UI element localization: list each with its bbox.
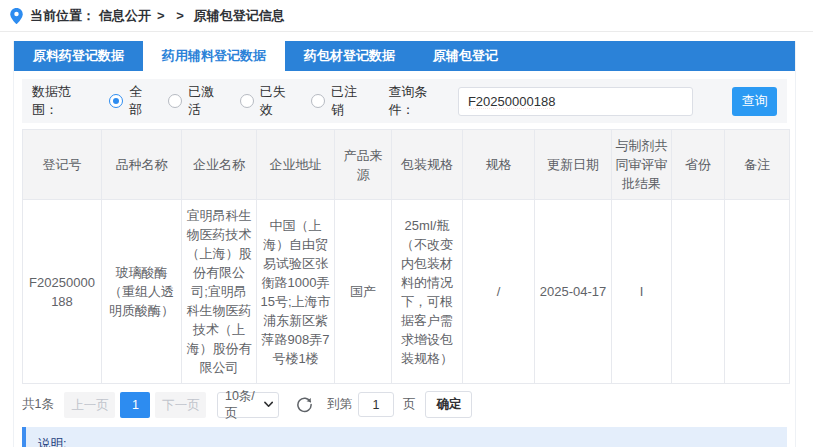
radio-all-label: 全部	[129, 83, 154, 119]
radio-all-icon[interactable]	[109, 94, 123, 108]
col-joint-review-result: 与制剂共同审评审批结果	[612, 130, 672, 200]
col-company-name: 企业名称	[182, 130, 257, 200]
query-condition-label: 查询条件：	[389, 83, 452, 119]
col-package-spec: 包装规格	[392, 130, 463, 200]
pagination: 共1条 上一页 1 下一页 10条/页 到第 页 确定	[22, 391, 787, 418]
total-count: 共1条	[22, 396, 54, 413]
goto-page-label: 到第	[327, 396, 352, 413]
notes-title: 说明:	[38, 434, 775, 447]
next-page-button[interactable]: 下一页	[155, 392, 206, 418]
cell-province	[672, 200, 725, 384]
col-remarks: 备注	[725, 130, 790, 200]
cell-product-origin: 国产	[335, 200, 392, 384]
cell-update-date: 2025-04-17	[535, 200, 612, 384]
tab-api-registration[interactable]: 原料药登记数据	[14, 41, 143, 71]
breadcrumb: 当前位置： 信息公开 > > 原辅包登记信息	[0, 0, 813, 32]
page-size-value: 10条/页	[225, 388, 264, 422]
radio-expired-label: 已失效	[260, 83, 297, 119]
main-panel: 原料药登记数据 药用辅料登记数据 药包材登记数据 原辅包登记 数据范围： 全部 …	[13, 41, 796, 447]
radio-cancelled-icon[interactable]	[311, 94, 325, 108]
cell-company-address: 中国（上海）自由贸易试验区张衡路1000弄15号;上海市浦东新区紫萍路908弄7…	[257, 200, 335, 384]
col-product-origin: 产品来源	[335, 130, 392, 200]
scope-label: 数据范围：	[32, 83, 95, 119]
col-province: 省份	[672, 130, 725, 200]
goto-page-input[interactable]	[358, 392, 394, 417]
radio-expired-icon[interactable]	[240, 94, 254, 108]
query-input[interactable]	[458, 87, 693, 116]
radio-activated-label: 已激活	[188, 83, 225, 119]
page-1-button[interactable]: 1	[120, 392, 150, 418]
table-row: F20250000188 玻璃酸酶（重组人透明质酸酶） 宜明昂科生物医药技术（上…	[23, 200, 790, 384]
radio-activated-icon[interactable]	[168, 94, 182, 108]
cell-joint-review-result: I	[612, 200, 672, 384]
notes-box: 说明: 1. 数据范围“全部”，不包含“已注销” 2. “与制剂共同审评审批结果…	[22, 427, 787, 447]
col-company-address: 企业地址	[257, 130, 335, 200]
page-size-select[interactable]: 10条/页	[217, 392, 279, 418]
tab-bar: 原料药登记数据 药用辅料登记数据 药包材登记数据 原辅包登记	[14, 41, 795, 71]
cell-registration-no: F20250000188	[23, 200, 102, 384]
prev-page-button[interactable]: 上一页	[64, 392, 115, 418]
cell-spec: /	[463, 200, 535, 384]
col-registration-no: 登记号	[23, 130, 102, 200]
radio-cancelled[interactable]: 已注销	[311, 83, 368, 119]
cell-package-spec: 25ml/瓶（不改变内包装材料的情况下，可根据客户需求增设包装规格）	[392, 200, 463, 384]
tab-excipient-registration[interactable]: 药用辅料登记数据	[143, 41, 285, 71]
col-update-date: 更新日期	[535, 130, 612, 200]
breadcrumb-separator: > >	[157, 8, 188, 23]
table-header-row: 登记号 品种名称 企业名称 企业地址 产品来源 包装规格 规格 更新日期 与制剂…	[23, 130, 790, 200]
radio-all[interactable]: 全部	[109, 83, 154, 119]
radio-activated[interactable]: 已激活	[168, 83, 225, 119]
goto-page-unit: 页	[403, 396, 416, 413]
radio-cancelled-label: 已注销	[331, 83, 368, 119]
col-product-name: 品种名称	[102, 130, 182, 200]
tab-packaging-material-registration[interactable]: 药包材登记数据	[285, 41, 414, 71]
results-table: 登记号 品种名称 企业名称 企业地址 产品来源 包装规格 规格 更新日期 与制剂…	[22, 129, 790, 384]
refresh-icon[interactable]	[296, 396, 313, 413]
cell-company-name: 宜明昂科生物医药技术（上海）股份有限公司;宜明昂科生物医药技术（上海）股份有限公…	[182, 200, 257, 384]
tab-raw-aux-pack[interactable]: 原辅包登记	[414, 41, 517, 71]
cell-product-name: 玻璃酸酶（重组人透明质酸酶）	[102, 200, 182, 384]
location-pin-icon	[10, 8, 23, 24]
filter-bar: 数据范围： 全部 已激活 已失效 已注销 查询条件： 查询	[22, 79, 787, 123]
search-button[interactable]: 查询	[732, 87, 777, 116]
confirm-button[interactable]: 确定	[425, 391, 472, 418]
breadcrumb-item-current: 原辅包登记信息	[194, 7, 285, 25]
breadcrumb-item-info-disclosure[interactable]: 信息公开	[99, 7, 151, 25]
chevron-down-icon	[264, 401, 273, 408]
col-spec: 规格	[463, 130, 535, 200]
breadcrumb-label: 当前位置：	[30, 7, 95, 25]
radio-expired[interactable]: 已失效	[240, 83, 297, 119]
cell-remarks	[725, 200, 790, 384]
